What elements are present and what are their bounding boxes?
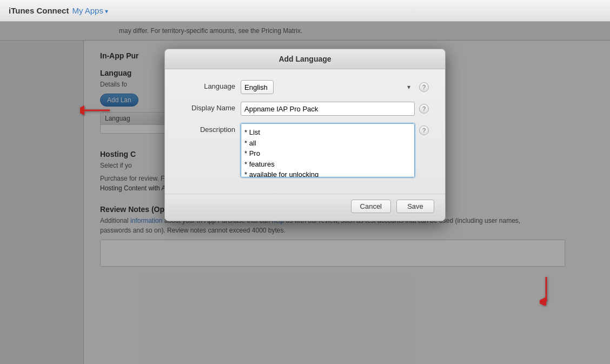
description-help-icon[interactable]: ?: [419, 125, 429, 135]
display-name-label: Display Name: [181, 102, 241, 112]
dialog-footer: Cancel Save: [165, 194, 445, 221]
language-select-wrapper[interactable]: English French German Spanish: [241, 80, 415, 94]
main-content: may differ. For territory-specific amoun…: [0, 22, 610, 364]
description-control-wrap: * List * all * Pro * features * availabl…: [241, 123, 429, 177]
app-title: iTunes Connect: [9, 6, 69, 15]
language-help-icon[interactable]: ?: [419, 82, 429, 92]
top-bar: iTunes Connect My Apps: [0, 0, 610, 22]
description-textarea[interactable]: * List * all * Pro * features * availabl…: [241, 123, 415, 177]
description-form-row: Description * List * all * Pro * feature…: [181, 123, 429, 177]
arrow-left-annotation: [80, 104, 112, 118]
dialog-body: Language English French German Spanish ?: [165, 69, 445, 194]
display-name-control-wrap: ?: [241, 102, 429, 116]
save-button[interactable]: Save: [396, 200, 434, 213]
arrow-down-annotation: [540, 276, 553, 307]
language-select[interactable]: English French German Spanish: [241, 80, 274, 94]
language-form-row: Language English French German Spanish ?: [181, 80, 429, 94]
language-control-wrap: English French German Spanish ?: [241, 80, 429, 94]
display-name-input[interactable]: [241, 102, 415, 116]
dialog-title: Add Language: [165, 49, 445, 69]
my-apps-link[interactable]: My Apps: [72, 6, 108, 15]
display-name-help-icon[interactable]: ?: [419, 104, 429, 114]
cancel-button[interactable]: Cancel: [351, 200, 391, 213]
language-label: Language: [181, 80, 241, 90]
description-label: Description: [181, 123, 241, 134]
add-language-dialog: Add Language Language English French Ger…: [164, 49, 446, 221]
display-name-form-row: Display Name ?: [181, 102, 429, 116]
